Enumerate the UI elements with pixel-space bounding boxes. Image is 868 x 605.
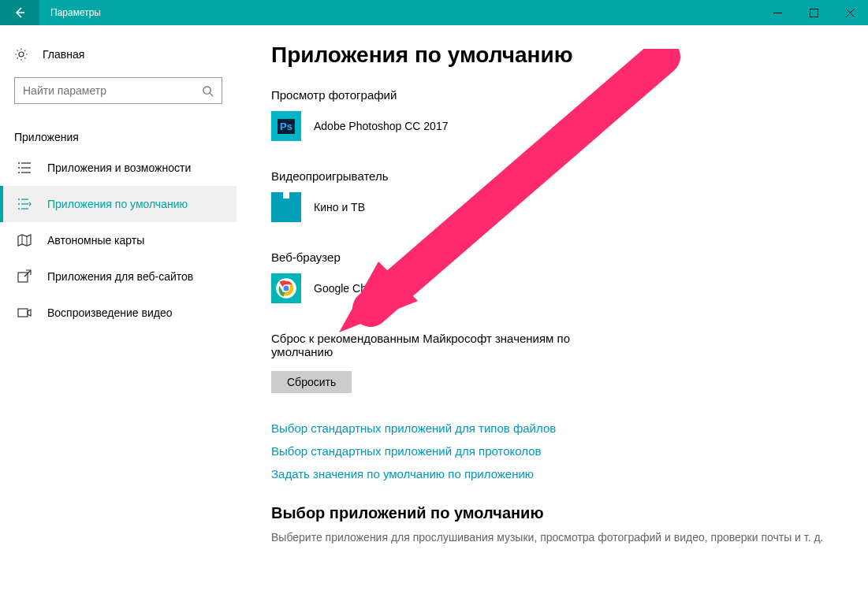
sidebar: Главная Приложения Приложения и возможно… xyxy=(0,25,237,605)
home-link[interactable]: Главная xyxy=(0,43,237,66)
svg-rect-2 xyxy=(810,9,818,17)
default-app-browser-name: Google Chrome xyxy=(314,282,392,295)
search-icon xyxy=(202,85,214,97)
maximize-button[interactable] xyxy=(795,0,832,25)
sidebar-item-label: Автономные карты xyxy=(47,234,144,247)
svg-rect-21 xyxy=(18,273,28,282)
svg-line-6 xyxy=(210,93,213,96)
home-label: Главная xyxy=(43,48,84,61)
back-arrow-icon xyxy=(13,6,26,19)
svg-rect-23 xyxy=(18,309,28,317)
sidebar-item-label: Приложения по умолчанию xyxy=(47,198,188,210)
svg-point-5 xyxy=(203,86,210,93)
section-heading-video: Видеопроигрыватель xyxy=(271,169,851,183)
back-button[interactable] xyxy=(0,0,39,25)
sidebar-section-label: Приложения xyxy=(0,104,237,150)
link-file-types[interactable]: Выбор стандартных приложений для типов ф… xyxy=(271,421,851,435)
titlebar: Параметры xyxy=(0,0,868,25)
sidebar-item-apps-websites[interactable]: Приложения для веб-сайтов xyxy=(0,258,237,295)
reset-description: Сброс к рекомендованным Майкрософт значе… xyxy=(271,332,602,358)
maximize-icon xyxy=(810,9,818,17)
link-protocols[interactable]: Выбор стандартных приложений для протоко… xyxy=(271,444,851,458)
sidebar-item-default-apps[interactable]: Приложения по умолчанию xyxy=(0,186,237,222)
reset-button[interactable]: Сбросить xyxy=(271,371,352,393)
choose-apps-paragraph: Выберите приложения для прослушивания му… xyxy=(271,530,839,545)
search-box[interactable] xyxy=(14,77,222,104)
minimize-button[interactable] xyxy=(759,0,795,25)
search-input[interactable] xyxy=(23,84,202,97)
default-apps-icon xyxy=(17,197,32,211)
default-app-video[interactable]: Кино и ТВ xyxy=(271,192,851,222)
link-by-app[interactable]: Задать значения по умолчанию по приложен… xyxy=(271,467,851,481)
sidebar-item-label: Приложения для веб-сайтов xyxy=(47,270,193,283)
sidebar-item-video-playback[interactable]: Воспроизведение видео xyxy=(0,295,237,331)
video-playback-icon xyxy=(17,306,32,320)
page-title: Приложения по умолчанию xyxy=(271,43,851,68)
movies-tv-icon xyxy=(271,192,301,222)
link-list: Выбор стандартных приложений для типов ф… xyxy=(271,421,851,481)
default-app-photos[interactable]: Ps Adobe Photoshop CC 2017 xyxy=(271,111,851,141)
open-external-icon xyxy=(17,269,32,284)
section-heading-photos: Просмотр фотографий xyxy=(271,88,851,102)
sidebar-item-label: Приложения и возможности xyxy=(47,161,191,174)
chrome-icon xyxy=(271,273,301,303)
close-button[interactable] xyxy=(832,0,868,25)
window-title: Параметры xyxy=(39,7,101,18)
default-app-video-name: Кино и ТВ xyxy=(314,201,365,213)
sidebar-item-label: Воспроизведение видео xyxy=(47,306,172,319)
apps-list-icon xyxy=(17,161,32,175)
sidebar-item-offline-maps[interactable]: Автономные карты xyxy=(0,222,237,258)
minimize-icon xyxy=(773,9,782,17)
main-content: Приложения по умолчанию Просмотр фотогра… xyxy=(237,25,868,605)
gear-icon xyxy=(14,47,28,61)
choose-apps-heading: Выбор приложений по умолчанию xyxy=(271,504,851,522)
sidebar-item-apps-features[interactable]: Приложения и возможности xyxy=(0,150,237,186)
photoshop-icon: Ps xyxy=(271,111,301,141)
default-app-browser[interactable]: Google Chrome xyxy=(271,273,851,303)
section-heading-browser: Веб-браузер xyxy=(271,251,851,264)
map-icon xyxy=(17,233,32,247)
close-icon xyxy=(846,9,855,17)
default-app-photos-name: Adobe Photoshop CC 2017 xyxy=(314,120,448,132)
